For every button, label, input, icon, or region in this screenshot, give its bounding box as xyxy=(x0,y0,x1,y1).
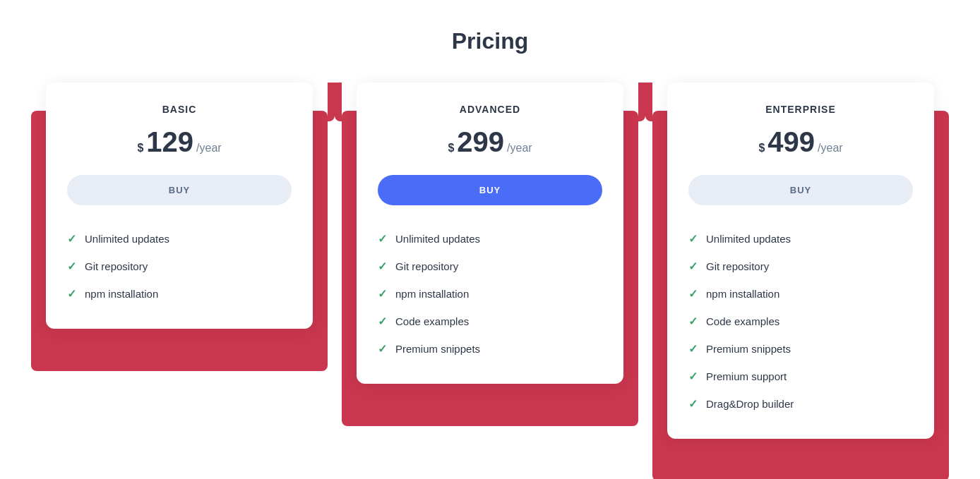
check-icon: ✓ xyxy=(378,232,387,245)
plan-basic-period: /year xyxy=(196,142,222,154)
plan-basic-amount: 129 xyxy=(146,126,193,158)
plan-advanced-name: ADVANCED xyxy=(378,104,602,115)
feature-advanced-4: Premium snippets xyxy=(395,343,480,355)
plan-enterprise-amount: 499 xyxy=(767,126,815,158)
plan-enterprise-dollar: $ xyxy=(758,142,765,154)
plan-advanced-period: /year xyxy=(507,142,532,154)
feature-advanced-1: Git repository xyxy=(395,260,458,272)
pricing-container: BASIC$129/yearBUY✓Unlimited updates✓Git … xyxy=(31,83,949,479)
feature-advanced-2: npm installation xyxy=(395,288,469,300)
feature-enterprise-2: npm installation xyxy=(706,288,779,300)
plan-basic-features: ✓Unlimited updates✓Git repository✓npm in… xyxy=(67,225,292,308)
feature-basic-2: npm installation xyxy=(85,288,158,300)
check-icon: ✓ xyxy=(378,260,387,273)
list-item: ✓Drag&Drop builder xyxy=(688,390,913,418)
feature-basic-0: Unlimited updates xyxy=(85,233,169,245)
plan-enterprise-buy-button[interactable]: BUY xyxy=(688,175,913,205)
plan-advanced-card: ADVANCED$299/yearBUY✓Unlimited updates✓G… xyxy=(357,83,623,384)
list-item: ✓Code examples xyxy=(378,308,602,335)
plan-advanced-dollar: $ xyxy=(448,142,454,154)
plan-advanced-price: $299/year xyxy=(378,126,602,158)
check-icon: ✓ xyxy=(688,287,698,301)
feature-advanced-0: Unlimited updates xyxy=(395,233,480,245)
plan-enterprise-price: $499/year xyxy=(688,126,913,158)
plan-advanced: ADVANCED$299/yearBUY✓Unlimited updates✓G… xyxy=(342,83,638,426)
list-item: ✓Premium snippets xyxy=(378,335,602,363)
list-item: ✓Unlimited updates xyxy=(378,225,602,253)
page-title: Pricing xyxy=(452,28,528,54)
plan-enterprise: ENTERPRISE$499/yearBUY✓Unlimited updates… xyxy=(652,83,949,479)
plan-basic-name: BASIC xyxy=(67,104,292,115)
plan-enterprise-name: ENTERPRISE xyxy=(688,104,913,115)
feature-advanced-3: Code examples xyxy=(395,315,469,327)
feature-basic-1: Git repository xyxy=(85,260,148,272)
feature-enterprise-6: Drag&Drop builder xyxy=(706,398,794,410)
list-item: ✓Unlimited updates xyxy=(67,225,292,253)
list-item: ✓Premium support xyxy=(688,363,913,390)
check-icon: ✓ xyxy=(688,370,698,383)
feature-enterprise-1: Git repository xyxy=(706,260,769,272)
check-icon: ✓ xyxy=(688,260,698,273)
list-item: ✓Premium snippets xyxy=(688,335,913,363)
list-item: ✓Code examples xyxy=(688,308,913,335)
check-icon: ✓ xyxy=(378,287,387,301)
list-item: ✓Unlimited updates xyxy=(688,225,913,253)
tab-decoration-left xyxy=(328,83,335,121)
check-icon: ✓ xyxy=(67,232,76,245)
plan-advanced-buy-button[interactable]: BUY xyxy=(378,175,602,205)
check-icon: ✓ xyxy=(378,342,387,356)
check-icon: ✓ xyxy=(688,232,698,245)
feature-enterprise-5: Premium support xyxy=(706,370,787,382)
list-item: ✓npm installation xyxy=(67,280,292,308)
list-item: ✓Git repository xyxy=(688,253,913,280)
feature-enterprise-4: Premium snippets xyxy=(706,343,791,355)
plan-basic: BASIC$129/yearBUY✓Unlimited updates✓Git … xyxy=(31,83,328,371)
plan-advanced-features: ✓Unlimited updates✓Git repository✓npm in… xyxy=(378,225,602,363)
plan-enterprise-features: ✓Unlimited updates✓Git repository✓npm in… xyxy=(688,225,913,418)
check-icon: ✓ xyxy=(67,287,76,301)
feature-enterprise-3: Code examples xyxy=(706,315,779,327)
plan-enterprise-period: /year xyxy=(818,142,843,154)
tab-decoration-right xyxy=(645,83,652,121)
plan-basic-price: $129/year xyxy=(67,126,292,158)
check-icon: ✓ xyxy=(688,342,698,356)
plan-advanced-amount: 299 xyxy=(457,126,504,158)
tab-decoration-left xyxy=(638,83,645,121)
plan-basic-dollar: $ xyxy=(137,142,143,154)
list-item: ✓Git repository xyxy=(67,253,292,280)
check-icon: ✓ xyxy=(688,397,698,411)
list-item: ✓npm installation xyxy=(688,280,913,308)
check-icon: ✓ xyxy=(378,315,387,328)
list-item: ✓npm installation xyxy=(378,280,602,308)
plan-enterprise-card: ENTERPRISE$499/yearBUY✓Unlimited updates… xyxy=(667,83,934,439)
feature-enterprise-0: Unlimited updates xyxy=(706,233,791,245)
check-icon: ✓ xyxy=(67,260,76,273)
tab-decoration-right xyxy=(335,83,342,121)
plan-basic-buy-button[interactable]: BUY xyxy=(67,175,292,205)
plan-basic-card: BASIC$129/yearBUY✓Unlimited updates✓Git … xyxy=(46,83,313,329)
list-item: ✓Git repository xyxy=(378,253,602,280)
check-icon: ✓ xyxy=(688,315,698,328)
